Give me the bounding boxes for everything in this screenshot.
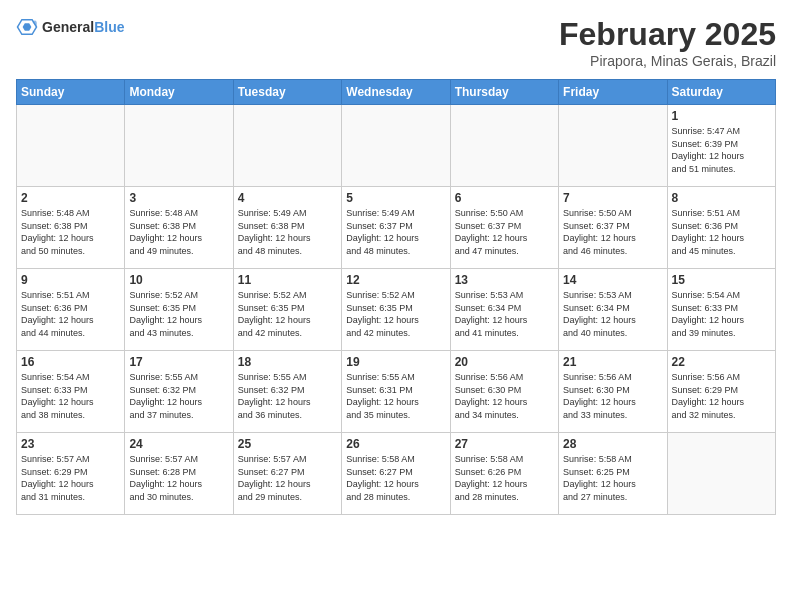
weekday-header: Sunday [17,80,125,105]
day-info: Sunrise: 5:51 AMSunset: 6:36 PMDaylight:… [21,289,120,339]
day-number: 27 [455,437,554,451]
day-number: 24 [129,437,228,451]
calendar-cell: 20Sunrise: 5:56 AMSunset: 6:30 PMDayligh… [450,351,558,433]
day-info: Sunrise: 5:55 AMSunset: 6:32 PMDaylight:… [129,371,228,421]
calendar-cell [559,105,667,187]
calendar-cell: 9Sunrise: 5:51 AMSunset: 6:36 PMDaylight… [17,269,125,351]
logo-text: GeneralBlue [42,19,124,36]
calendar-cell: 4Sunrise: 5:49 AMSunset: 6:38 PMDaylight… [233,187,341,269]
svg-marker-1 [23,23,32,30]
calendar-cell: 5Sunrise: 5:49 AMSunset: 6:37 PMDaylight… [342,187,450,269]
day-number: 22 [672,355,771,369]
weekday-header: Friday [559,80,667,105]
calendar-cell [125,105,233,187]
day-number: 1 [672,109,771,123]
calendar: SundayMondayTuesdayWednesdayThursdayFrid… [16,79,776,515]
day-number: 2 [21,191,120,205]
header: GeneralBlue February 2025 Pirapora, Mina… [16,16,776,69]
calendar-cell: 26Sunrise: 5:58 AMSunset: 6:27 PMDayligh… [342,433,450,515]
calendar-cell: 2Sunrise: 5:48 AMSunset: 6:38 PMDaylight… [17,187,125,269]
calendar-cell: 22Sunrise: 5:56 AMSunset: 6:29 PMDayligh… [667,351,775,433]
day-number: 9 [21,273,120,287]
day-info: Sunrise: 5:51 AMSunset: 6:36 PMDaylight:… [672,207,771,257]
day-info: Sunrise: 5:47 AMSunset: 6:39 PMDaylight:… [672,125,771,175]
calendar-cell [17,105,125,187]
day-info: Sunrise: 5:50 AMSunset: 6:37 PMDaylight:… [455,207,554,257]
calendar-cell: 18Sunrise: 5:55 AMSunset: 6:32 PMDayligh… [233,351,341,433]
calendar-week-row: 16Sunrise: 5:54 AMSunset: 6:33 PMDayligh… [17,351,776,433]
calendar-cell: 21Sunrise: 5:56 AMSunset: 6:30 PMDayligh… [559,351,667,433]
day-info: Sunrise: 5:49 AMSunset: 6:37 PMDaylight:… [346,207,445,257]
main-title: February 2025 [559,16,776,53]
calendar-cell: 1Sunrise: 5:47 AMSunset: 6:39 PMDaylight… [667,105,775,187]
day-info: Sunrise: 5:58 AMSunset: 6:27 PMDaylight:… [346,453,445,503]
day-number: 19 [346,355,445,369]
day-number: 4 [238,191,337,205]
day-info: Sunrise: 5:48 AMSunset: 6:38 PMDaylight:… [129,207,228,257]
sub-title: Pirapora, Minas Gerais, Brazil [559,53,776,69]
calendar-cell: 15Sunrise: 5:54 AMSunset: 6:33 PMDayligh… [667,269,775,351]
calendar-cell: 11Sunrise: 5:52 AMSunset: 6:35 PMDayligh… [233,269,341,351]
day-number: 17 [129,355,228,369]
day-number: 14 [563,273,662,287]
day-info: Sunrise: 5:53 AMSunset: 6:34 PMDaylight:… [563,289,662,339]
day-number: 5 [346,191,445,205]
day-info: Sunrise: 5:50 AMSunset: 6:37 PMDaylight:… [563,207,662,257]
calendar-cell: 3Sunrise: 5:48 AMSunset: 6:38 PMDaylight… [125,187,233,269]
day-info: Sunrise: 5:57 AMSunset: 6:27 PMDaylight:… [238,453,337,503]
day-number: 25 [238,437,337,451]
calendar-cell: 8Sunrise: 5:51 AMSunset: 6:36 PMDaylight… [667,187,775,269]
calendar-week-row: 2Sunrise: 5:48 AMSunset: 6:38 PMDaylight… [17,187,776,269]
day-number: 8 [672,191,771,205]
day-info: Sunrise: 5:52 AMSunset: 6:35 PMDaylight:… [238,289,337,339]
day-number: 11 [238,273,337,287]
calendar-cell: 24Sunrise: 5:57 AMSunset: 6:28 PMDayligh… [125,433,233,515]
day-number: 23 [21,437,120,451]
day-number: 28 [563,437,662,451]
day-info: Sunrise: 5:55 AMSunset: 6:32 PMDaylight:… [238,371,337,421]
day-number: 21 [563,355,662,369]
calendar-cell: 7Sunrise: 5:50 AMSunset: 6:37 PMDaylight… [559,187,667,269]
calendar-cell: 25Sunrise: 5:57 AMSunset: 6:27 PMDayligh… [233,433,341,515]
calendar-cell: 19Sunrise: 5:55 AMSunset: 6:31 PMDayligh… [342,351,450,433]
calendar-cell: 23Sunrise: 5:57 AMSunset: 6:29 PMDayligh… [17,433,125,515]
calendar-week-row: 23Sunrise: 5:57 AMSunset: 6:29 PMDayligh… [17,433,776,515]
day-info: Sunrise: 5:54 AMSunset: 6:33 PMDaylight:… [672,289,771,339]
calendar-cell: 13Sunrise: 5:53 AMSunset: 6:34 PMDayligh… [450,269,558,351]
logo: GeneralBlue [16,16,124,38]
day-info: Sunrise: 5:52 AMSunset: 6:35 PMDaylight:… [346,289,445,339]
day-number: 6 [455,191,554,205]
title-block: February 2025 Pirapora, Minas Gerais, Br… [559,16,776,69]
weekday-header: Wednesday [342,80,450,105]
calendar-cell: 28Sunrise: 5:58 AMSunset: 6:25 PMDayligh… [559,433,667,515]
day-info: Sunrise: 5:48 AMSunset: 6:38 PMDaylight:… [21,207,120,257]
day-number: 15 [672,273,771,287]
page-container: GeneralBlue February 2025 Pirapora, Mina… [0,0,792,523]
weekday-header: Monday [125,80,233,105]
day-info: Sunrise: 5:56 AMSunset: 6:30 PMDaylight:… [455,371,554,421]
day-info: Sunrise: 5:57 AMSunset: 6:28 PMDaylight:… [129,453,228,503]
weekday-header-row: SundayMondayTuesdayWednesdayThursdayFrid… [17,80,776,105]
weekday-header: Saturday [667,80,775,105]
day-number: 7 [563,191,662,205]
calendar-cell [667,433,775,515]
day-info: Sunrise: 5:53 AMSunset: 6:34 PMDaylight:… [455,289,554,339]
day-info: Sunrise: 5:56 AMSunset: 6:30 PMDaylight:… [563,371,662,421]
calendar-cell [342,105,450,187]
calendar-cell: 14Sunrise: 5:53 AMSunset: 6:34 PMDayligh… [559,269,667,351]
calendar-cell: 16Sunrise: 5:54 AMSunset: 6:33 PMDayligh… [17,351,125,433]
day-info: Sunrise: 5:57 AMSunset: 6:29 PMDaylight:… [21,453,120,503]
calendar-week-row: 1Sunrise: 5:47 AMSunset: 6:39 PMDaylight… [17,105,776,187]
weekday-header: Thursday [450,80,558,105]
calendar-cell: 12Sunrise: 5:52 AMSunset: 6:35 PMDayligh… [342,269,450,351]
calendar-week-row: 9Sunrise: 5:51 AMSunset: 6:36 PMDaylight… [17,269,776,351]
calendar-cell [233,105,341,187]
calendar-cell: 6Sunrise: 5:50 AMSunset: 6:37 PMDaylight… [450,187,558,269]
calendar-cell [450,105,558,187]
day-number: 12 [346,273,445,287]
calendar-cell: 27Sunrise: 5:58 AMSunset: 6:26 PMDayligh… [450,433,558,515]
day-info: Sunrise: 5:49 AMSunset: 6:38 PMDaylight:… [238,207,337,257]
day-number: 26 [346,437,445,451]
calendar-cell: 17Sunrise: 5:55 AMSunset: 6:32 PMDayligh… [125,351,233,433]
logo-icon [16,16,38,38]
